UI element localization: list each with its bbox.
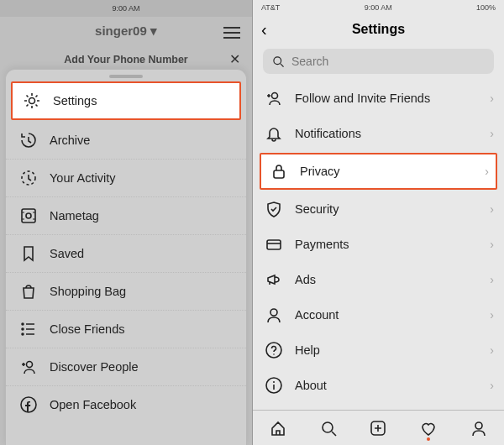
archive-icon — [19, 131, 38, 149]
item-label: Follow and Invite Friends — [295, 92, 430, 105]
nametag-icon — [19, 207, 38, 225]
addperson-icon — [19, 358, 38, 376]
settings-header: ‹ Settings — [253, 15, 504, 44]
settings-item-security[interactable]: Security› — [253, 191, 504, 227]
chevron-right-icon: › — [490, 273, 494, 286]
bell-icon — [265, 124, 283, 143]
settings-item-privacy[interactable]: Privacy› — [260, 153, 497, 190]
menu-item-archive[interactable]: Archive — [6, 122, 246, 160]
phone-banner[interactable]: Add Your Phone Number — [0, 54, 252, 65]
hamburger-icon[interactable] — [223, 24, 240, 42]
search-input[interactable]: Search — [263, 49, 494, 74]
tab-bar — [253, 410, 504, 445]
search-placeholder: Search — [291, 55, 328, 68]
settings-item-account[interactable]: Account› — [253, 297, 504, 332]
item-label: Help — [295, 343, 320, 357]
bottom-sheet: SettingsArchiveYour ActivityNametagSaved… — [5, 69, 247, 445]
item-label: Privacy — [300, 165, 340, 178]
shield-icon — [265, 200, 283, 218]
bag-icon — [19, 282, 38, 301]
item-label: Archive — [50, 134, 90, 147]
profile-username[interactable]: singer09 ▾ — [0, 24, 252, 39]
item-label: Close Friends — [50, 322, 124, 336]
item-label: Settings — [53, 94, 97, 107]
activity-icon — [19, 169, 38, 187]
status-bar-left: 9:00 AM — [0, 0, 252, 17]
chevron-right-icon: › — [490, 379, 494, 392]
item-label: Account — [295, 308, 339, 322]
megaphone-icon — [265, 270, 283, 289]
list-icon — [19, 320, 38, 338]
menu-item-shopping-bag[interactable]: Shopping Bag — [6, 273, 246, 311]
info-icon — [265, 376, 283, 395]
menu-item-close-friends[interactable]: Close Friends — [6, 311, 246, 348]
close-icon[interactable]: ✕ — [229, 51, 240, 67]
lock-icon — [270, 162, 288, 181]
tab-add[interactable] — [368, 418, 388, 438]
item-label: Shopping Bag — [50, 285, 126, 298]
settings-item-payments[interactable]: Payments› — [253, 227, 504, 262]
item-label: Discover People — [50, 360, 139, 374]
item-label: Ads — [295, 273, 316, 286]
tab-activity[interactable] — [418, 418, 438, 438]
tab-profile[interactable] — [469, 418, 489, 438]
help-icon — [265, 341, 283, 359]
item-label: About — [295, 379, 327, 392]
search-icon — [271, 55, 285, 68]
bookmark-icon — [19, 244, 38, 263]
card-icon — [265, 235, 283, 254]
menu-item-saved[interactable]: Saved — [6, 235, 246, 273]
item-label: Open Facebook — [50, 398, 136, 411]
right-pane: AT&T 9:00 AM 100% ‹ Settings Search Foll… — [252, 0, 504, 445]
status-bar-right: AT&T 9:00 AM 100% — [253, 0, 504, 15]
person-icon — [265, 306, 283, 324]
gear-icon — [23, 92, 41, 110]
chevron-right-icon: › — [490, 238, 494, 251]
menu-item-settings[interactable]: Settings — [11, 81, 241, 120]
sheet-grabber[interactable] — [109, 75, 143, 78]
menu-item-nametag[interactable]: Nametag — [6, 197, 246, 235]
item-label: Payments — [295, 238, 349, 251]
chevron-right-icon: › — [490, 202, 494, 216]
settings-item-follow-and-invite-friends[interactable]: Follow and Invite Friends› — [253, 81, 504, 116]
chevron-right-icon: › — [490, 92, 494, 105]
addperson-icon — [265, 89, 283, 107]
item-label: Your Activity — [50, 171, 115, 185]
facebook-icon — [19, 395, 38, 414]
menu-item-your-activity[interactable]: Your Activity — [6, 160, 246, 197]
chevron-right-icon: › — [490, 343, 494, 357]
tab-search[interactable] — [318, 418, 339, 438]
settings-item-ads[interactable]: Ads› — [253, 262, 504, 297]
back-icon[interactable]: ‹ — [261, 20, 267, 39]
item-label: Saved — [50, 247, 84, 260]
item-label: Notifications — [295, 127, 361, 140]
item-label: Security — [295, 202, 339, 216]
page-title: Settings — [352, 22, 405, 37]
left-pane: 9:00 AM singer09 ▾ Add Your Phone Number… — [0, 0, 252, 445]
chevron-right-icon: › — [490, 127, 494, 140]
chevron-right-icon: › — [490, 308, 494, 322]
menu-item-open-facebook[interactable]: Open Facebook — [6, 386, 246, 423]
settings-item-about[interactable]: About› — [253, 368, 504, 403]
settings-item-notifications[interactable]: Notifications› — [253, 116, 504, 151]
chevron-right-icon: › — [485, 165, 489, 178]
item-label: Nametag — [50, 209, 99, 222]
settings-item-help[interactable]: Help› — [253, 332, 504, 368]
menu-item-discover-people[interactable]: Discover People — [6, 348, 246, 386]
tab-home[interactable] — [268, 418, 288, 438]
